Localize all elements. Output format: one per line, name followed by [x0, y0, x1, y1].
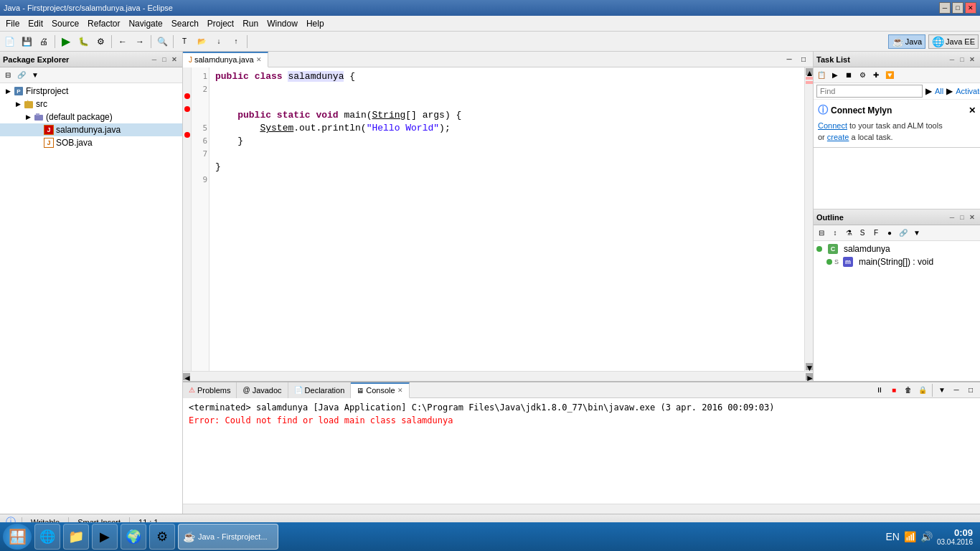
window-controls[interactable]: ─ □ ✕ [939, 2, 976, 14]
all-label[interactable]: All [935, 87, 943, 95]
outline-maximize[interactable]: □ [957, 212, 967, 222]
src-item[interactable]: ▶ src [0, 98, 182, 110]
editor-minimize-btn[interactable]: ─ [783, 53, 796, 66]
console-view-btn[interactable]: ▼ [936, 384, 948, 397]
outline-collapse-btn[interactable]: ⊟ [815, 227, 828, 240]
outline-link-btn[interactable]: 🔗 [897, 227, 910, 240]
console-minimize-btn[interactable]: ⏸ [873, 384, 886, 397]
src-arrow[interactable]: ▶ [13, 100, 23, 108]
taskbar-chrome[interactable]: 🌍 [121, 524, 146, 550]
outline-hide-fields-btn[interactable]: F [870, 227, 882, 240]
menu-file[interactable]: File [1, 17, 24, 30]
new-button[interactable]: 📄 [1, 34, 17, 50]
menu-search[interactable]: Search [167, 17, 203, 30]
menu-edit[interactable]: Edit [24, 17, 47, 30]
menu-help[interactable]: Help [302, 17, 329, 30]
salamdunya-java-item[interactable]: J salamdunya.java [0, 123, 182, 136]
volume-icon[interactable]: 🔊 [920, 531, 933, 542]
search-button[interactable]: 🔍 [154, 34, 170, 50]
system-clock[interactable]: 0:09 03.04.2016 [937, 527, 973, 546]
bottom-tab-javadoc[interactable]: @ Javadoc [237, 382, 288, 398]
taskbar-settings[interactable]: ⚙ [149, 524, 175, 550]
scroll-left-btn[interactable]: ◄ [183, 373, 190, 380]
editor-horizontal-scrollbar[interactable]: ◄ ► [183, 371, 813, 381]
activate-label[interactable]: Activate... [956, 87, 980, 95]
console-terminate-btn[interactable]: ■ [887, 384, 900, 397]
task-filter-btn[interactable]: 🔽 [883, 69, 896, 82]
run-config-button[interactable]: ⚙ [93, 34, 108, 50]
outline-sort-btn[interactable]: ↕ [829, 227, 842, 240]
scroll-down-btn[interactable]: ▼ [806, 363, 813, 370]
package-explorer-minimize[interactable]: ─ [149, 55, 159, 65]
connect-link[interactable]: Connect [818, 121, 847, 130]
outline-class-item[interactable]: C salamdunya [815, 242, 979, 255]
editor-vertical-scrollbar[interactable]: ▲ ▼ [804, 67, 813, 371]
deactivate-task-btn[interactable]: ⏹ [842, 69, 855, 82]
run-last-button[interactable]: ▶ [58, 34, 74, 50]
keyboard-layout[interactable]: EN [885, 531, 899, 542]
java-perspective-btn[interactable]: ☕ Java [888, 34, 925, 49]
menu-window[interactable]: Window [263, 17, 302, 30]
view-menu-btn[interactable]: ▼ [29, 69, 42, 82]
maximize-button[interactable]: □ [952, 2, 963, 14]
menu-navigate[interactable]: Navigate [124, 17, 166, 30]
package-explorer-close[interactable]: ✕ [169, 55, 179, 65]
bottom-maximize-btn[interactable]: □ [964, 384, 977, 397]
new-task-btn[interactable]: 📋 [815, 69, 828, 82]
task-list-maximize[interactable]: □ [957, 55, 967, 65]
menu-run[interactable]: Run [238, 17, 263, 30]
open-resource-button[interactable]: 📂 [194, 34, 209, 50]
default-package-item[interactable]: ▶ (default package) [0, 110, 182, 123]
editor-tab-salamdunya[interactable]: J salamdunya.java ✕ [183, 52, 268, 67]
editor-maximize-btn[interactable]: □ [797, 53, 810, 66]
taskbar-explorer[interactable]: 📁 [63, 524, 89, 550]
sob-java-item[interactable]: J SOB.java [0, 136, 182, 149]
project-arrow[interactable]: ▶ [3, 88, 13, 95]
open-type-button[interactable]: T [176, 34, 192, 50]
collapse-all-btn[interactable]: ⊟ [1, 69, 14, 82]
javaee-perspective-btn[interactable]: 🌐 Java EE [928, 34, 979, 49]
scroll-up-btn[interactable]: ▲ [806, 68, 813, 75]
outline-close[interactable]: ✕ [967, 212, 977, 222]
bottom-tab-console[interactable]: 🖥 Console ✕ [351, 382, 409, 398]
taskbar-media[interactable]: ▶ [92, 524, 118, 550]
bottom-tab-declaration[interactable]: 📄 Declaration [288, 382, 352, 398]
default-package-arrow[interactable]: ▶ [23, 113, 33, 121]
eclipse-taskbar-btn[interactable]: ☕ Java - Firstproject... [178, 524, 278, 550]
taskbar-ie[interactable]: 🌐 [34, 524, 60, 550]
start-button[interactable]: 🪟 [3, 524, 32, 550]
prev-edit-button[interactable]: ← [115, 34, 131, 50]
menu-project[interactable]: Project [203, 17, 238, 30]
outline-method-item[interactable]: S m main(String[]) : void [815, 255, 979, 268]
close-button[interactable]: ✕ [965, 2, 976, 14]
outline-minimize[interactable]: ─ [947, 212, 957, 222]
editor-content[interactable]: 1 2 5 6 7 9 public class salamdunya { pu… [183, 67, 813, 371]
bottom-minimize-btn[interactable]: ─ [950, 384, 963, 397]
menu-source[interactable]: Source [47, 17, 83, 30]
console-clear-btn[interactable]: 🗑 [902, 384, 915, 397]
task-list-close[interactable]: ✕ [967, 55, 977, 65]
package-explorer-maximize[interactable]: □ [159, 55, 169, 65]
console-tab-close[interactable]: ✕ [397, 387, 403, 394]
console-scroll-lock-btn[interactable]: 🔒 [916, 384, 929, 397]
outline-view-menu-btn[interactable]: ▼ [910, 227, 923, 240]
outline-content[interactable]: C salamdunya S m main(String[]) : void [814, 241, 980, 381]
print-button[interactable]: 🖨 [36, 34, 52, 50]
create-link[interactable]: create [827, 133, 849, 141]
task-new-btn2[interactable]: ✚ [870, 69, 882, 82]
outline-active-icon-btn[interactable]: ● [883, 227, 896, 240]
task-find-input[interactable] [816, 85, 923, 98]
task-settings-btn[interactable]: ⚙ [856, 69, 869, 82]
next-edit-button[interactable]: → [132, 34, 148, 50]
editor-tab-close[interactable]: ✕ [256, 56, 262, 63]
package-explorer-content[interactable]: ▶ P Firstproject ▶ src [0, 83, 182, 514]
link-editor-btn[interactable]: 🔗 [15, 69, 28, 82]
activate-task-btn[interactable]: ▶ [829, 69, 842, 82]
task-list-minimize[interactable]: ─ [947, 55, 957, 65]
save-button[interactable]: 💾 [19, 34, 34, 50]
code-editor[interactable]: public class salamdunya { public static … [209, 67, 804, 371]
outline-hide-static-btn[interactable]: S [856, 227, 869, 240]
prev-annotation-button[interactable]: ↑ [228, 34, 244, 50]
minimize-button[interactable]: ─ [939, 2, 951, 14]
menu-refactor[interactable]: Refactor [83, 17, 124, 30]
